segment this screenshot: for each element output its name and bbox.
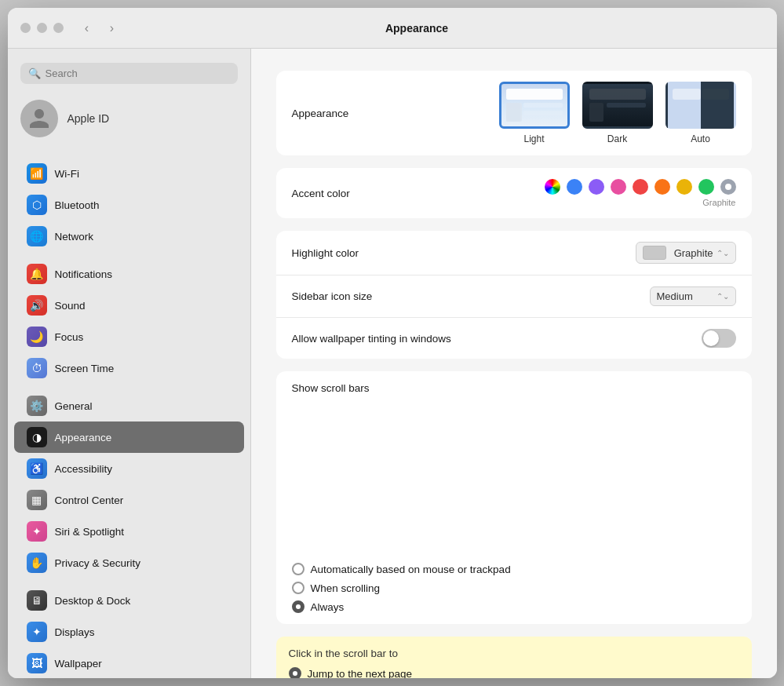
avatar: [20, 100, 58, 137]
click-next-page-radio[interactable]: [289, 667, 301, 678]
content-area: 🔍 Apple ID 📶 Wi-Fi: [8, 49, 777, 678]
wallpaper-tinting-toggle[interactable]: [702, 329, 736, 348]
click-scroll-section: Click in the scroll bar to Jump to the n…: [276, 637, 752, 678]
light-thumb: [499, 82, 570, 129]
sidebar-item-label: Screen Time: [55, 363, 115, 374]
appearance-option-light[interactable]: Light: [499, 82, 570, 144]
sidebar-item-screentime[interactable]: ⏱ Screen Time: [14, 352, 244, 384]
sidebar-item-focus[interactable]: 🌙 Focus: [14, 321, 244, 352]
sidebar-item-label: Bluetooth: [55, 199, 100, 211]
appearance-card: Appearance Light: [276, 71, 752, 155]
search-icon: 🔍: [28, 68, 41, 79]
scroll-always-label: Always: [311, 601, 345, 613]
scroll-auto-option[interactable]: Automatically based on mouse or trackpad: [292, 563, 511, 575]
sidebar-item-sound[interactable]: 🔊 Sound: [14, 290, 244, 321]
scroll-bars-radio-group: Automatically based on mouse or trackpad…: [292, 563, 511, 613]
click-next-page-option[interactable]: Jump to the next page: [289, 667, 739, 678]
sidebar-item-label: Wallpaper: [55, 658, 102, 670]
sidebar-item-label: Notifications: [55, 268, 113, 280]
wallpaper-tinting-label: Allow wallpaper tinting in windows: [292, 333, 465, 345]
sidebar-item-general[interactable]: ⚙️ General: [14, 390, 244, 421]
appearance-options-group: Light Dark: [499, 82, 736, 144]
sidebar-item-apple-id[interactable]: Apple ID: [8, 92, 250, 145]
sidebar-item-bluetooth[interactable]: ⬡ Bluetooth: [14, 189, 244, 221]
notifications-icon: 🔔: [27, 264, 47, 284]
click-scroll-label: Click in the scroll bar to: [289, 648, 739, 659]
sidebar-item-displays[interactable]: ✦ Displays: [14, 616, 244, 648]
chevron-down-icon: ⌃⌄: [717, 292, 729, 301]
dark-label: Dark: [607, 133, 627, 144]
highlight-color-label: Highlight color: [292, 247, 465, 259]
sidebar-item-accessibility[interactable]: ♿ Accessibility: [14, 453, 244, 484]
focus-icon: 🌙: [27, 327, 47, 347]
general-icon: ⚙️: [27, 396, 47, 416]
sidebar-item-appearance[interactable]: ◑ Appearance: [14, 421, 244, 453]
search-input[interactable]: [46, 68, 230, 79]
toggle-knob: [703, 330, 719, 346]
siri-icon: ✦: [27, 521, 47, 542]
scroll-always-radio[interactable]: [292, 600, 304, 613]
appearance-row-label: Appearance: [292, 108, 465, 119]
auto-thumb: [665, 82, 736, 129]
sidebar-item-label: Network: [55, 231, 94, 243]
click-scroll-radio-group: Jump to the next page Jump to the spot t…: [289, 667, 739, 678]
back-button[interactable]: ‹: [76, 20, 98, 37]
titlebar: ‹ › Appearance: [8, 8, 777, 49]
apple-id-label: Apple ID: [67, 112, 110, 125]
accent-color-row: Accent color: [276, 168, 752, 218]
privacy-icon: ✋: [27, 553, 47, 573]
highlight-color-select[interactable]: Graphite ⌃⌄: [636, 242, 736, 264]
graphite-label: Graphite: [702, 198, 735, 207]
accent-colors-group: [545, 179, 736, 195]
sidebar-icon-size-select[interactable]: Medium ⌃⌄: [650, 286, 736, 306]
appearance-options: Light Dark: [465, 82, 736, 144]
accent-color-multicolor[interactable]: [545, 179, 560, 195]
sidebar-item-desktop[interactable]: 🖥 Desktop & Dock: [14, 585, 244, 616]
scroll-bars-card: Show scroll bars Automatically based on …: [276, 371, 752, 624]
scroll-always-option[interactable]: Always: [292, 600, 511, 613]
appearance-icon: ◑: [27, 427, 47, 447]
sidebar-item-label: Wi-Fi: [55, 168, 79, 180]
appearance-option-auto[interactable]: Auto: [665, 82, 736, 144]
sidebar-item-notifications[interactable]: 🔔 Notifications: [14, 258, 244, 290]
close-button[interactable]: [20, 23, 31, 33]
sidebar-item-wallpaper[interactable]: 🖼 Wallpaper: [14, 648, 244, 678]
sidebar-icon-size-row: Sidebar icon size Medium ⌃⌄: [276, 275, 752, 318]
accent-color-control: Graphite: [465, 179, 736, 207]
system-preferences-window: ‹ › Appearance 🔍 Apple ID: [8, 8, 777, 678]
sidebar-icon-size-label: Sidebar icon size: [292, 290, 465, 302]
sidebar-item-siri[interactable]: ✦ Siri & Spotlight: [14, 516, 244, 547]
appearance-option-dark[interactable]: Dark: [582, 82, 653, 144]
scroll-scrolling-option[interactable]: When scrolling: [292, 582, 511, 594]
highlight-color-row: Highlight color Graphite ⌃⌄: [276, 231, 752, 275]
sidebar-item-label: Privacy & Security: [55, 557, 141, 569]
accent-color-green[interactable]: [698, 179, 714, 195]
minimize-button[interactable]: [37, 23, 47, 33]
sidebar-item-controlcenter[interactable]: ▦ Control Center: [14, 484, 244, 516]
sidebar-item-label: Displays: [55, 626, 95, 638]
scroll-bars-row: Show scroll bars Automatically based on …: [276, 371, 752, 624]
scroll-scrolling-label: When scrolling: [311, 582, 381, 594]
sidebar-icon-size-control: Medium ⌃⌄: [465, 286, 736, 306]
sidebar-item-network[interactable]: 🌐 Network: [14, 221, 244, 252]
sound-icon: 🔊: [27, 295, 47, 316]
accent-color-graphite[interactable]: [720, 179, 736, 195]
accent-color-pink[interactable]: [611, 179, 626, 195]
sidebar-item-label: Appearance: [55, 432, 112, 443]
scroll-scrolling-radio[interactable]: [292, 582, 304, 594]
accent-color-orange[interactable]: [655, 179, 670, 195]
accent-color-blue[interactable]: [567, 179, 582, 195]
accessibility-icon: ♿: [27, 458, 47, 479]
accent-color-purple[interactable]: [589, 179, 604, 195]
forward-button[interactable]: ›: [101, 20, 123, 37]
sidebar-item-label: Sound: [55, 300, 86, 312]
accent-color-yellow[interactable]: [676, 179, 692, 195]
sidebar-item-label: Siri & Spotlight: [55, 526, 125, 538]
wifi-icon: 📶: [27, 163, 47, 184]
sidebar-item-privacy[interactable]: ✋ Privacy & Security: [14, 547, 244, 578]
sidebar-item-wifi[interactable]: 📶 Wi-Fi: [14, 158, 244, 189]
accent-color-red[interactable]: [633, 179, 648, 195]
search-box[interactable]: 🔍: [20, 63, 238, 84]
fullscreen-button[interactable]: [53, 23, 64, 33]
scroll-auto-radio[interactable]: [292, 563, 304, 575]
